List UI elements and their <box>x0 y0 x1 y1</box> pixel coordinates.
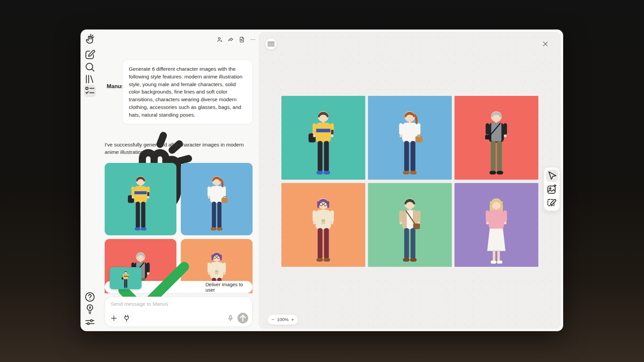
close-icon <box>541 40 549 48</box>
plug-icon <box>122 314 131 323</box>
attachment-image-boy-teal-yellow-jacket[interactable] <box>105 163 176 235</box>
mic-button[interactable] <box>227 314 234 322</box>
mic-icon <box>227 314 234 322</box>
header-actions <box>216 36 256 43</box>
file-search-button[interactable] <box>238 36 245 43</box>
library-icon <box>84 73 96 85</box>
chat-panel: Manus 1.6 Max Generate 6 different chara… <box>99 29 259 331</box>
generated-image-boy-green-cardigan[interactable] <box>368 183 452 267</box>
canvas-menu-button[interactable] <box>265 38 277 50</box>
canvas-panel: − 100% + <box>259 32 560 328</box>
user-message-bubble: Generate 6 different character images wi… <box>122 60 253 124</box>
sidebar <box>80 29 99 331</box>
assistant-message-text: I've successfully generated all 6 charac… <box>105 141 254 156</box>
share-icon <box>227 36 234 43</box>
person-plus-icon <box>216 36 223 43</box>
tool-edit-selection-button[interactable] <box>546 196 558 208</box>
manus-logo-icon <box>84 34 96 46</box>
help-icon <box>84 291 96 303</box>
user-message-text: Generate 6 different character images wi… <box>129 65 246 119</box>
composer-toolbar <box>109 313 248 323</box>
zoom-level: 100% <box>277 317 289 322</box>
checklist-icon <box>84 85 96 97</box>
search-icon <box>84 61 96 73</box>
chat-header: Manus 1.6 Max <box>99 29 259 50</box>
send-arrow-icon <box>237 313 248 323</box>
sidebar-item-library[interactable] <box>84 73 96 85</box>
more-button[interactable] <box>250 36 256 43</box>
tools-button[interactable] <box>122 313 131 323</box>
image-thumbnail[interactable] <box>110 267 142 289</box>
plus-icon <box>109 314 118 323</box>
sidebar-item-checklist[interactable] <box>84 85 96 97</box>
share-button[interactable] <box>227 36 234 43</box>
desktop-background: Manus 1.6 Max Generate 6 different chara… <box>0 0 644 362</box>
sidebar-item-lightbulb[interactable] <box>84 303 96 315</box>
message-input[interactable] <box>111 301 245 307</box>
compose-icon <box>84 49 96 61</box>
tool-add-image-button[interactable] <box>546 183 558 195</box>
sliders-icon <box>84 316 96 328</box>
sidebar-item-sliders[interactable] <box>84 316 96 328</box>
sidebar-item-compose[interactable] <box>84 49 96 61</box>
zoom-control: − 100% + <box>267 314 298 325</box>
tool-cursor-button[interactable] <box>546 170 558 182</box>
canvas-toolbar <box>544 167 560 211</box>
sidebar-item-search[interactable] <box>84 61 96 73</box>
generated-image-girl-blue-white-shirt[interactable] <box>368 96 452 180</box>
attachment-image-girl-blue-white-shirt[interactable] <box>181 163 253 235</box>
edit-selection-icon <box>546 196 558 208</box>
zoom-in-button[interactable]: + <box>291 317 294 322</box>
generated-image-boy-coral-gray-vest[interactable] <box>454 96 538 180</box>
canvas-close-button[interactable] <box>541 40 549 48</box>
manus-app-window: Manus 1.6 Max Generate 6 different chara… <box>80 29 563 331</box>
sidebar-item-manus-logo[interactable] <box>84 34 96 46</box>
send-button[interactable] <box>237 313 248 323</box>
hamburger-icon <box>266 39 276 49</box>
generated-image-girl-orange-cream-sweater[interactable] <box>281 183 365 267</box>
generated-image-girl-purple-pink-sweater[interactable] <box>454 183 538 267</box>
sidebar-item-help[interactable] <box>84 291 96 303</box>
attach-button[interactable] <box>109 313 119 323</box>
status-label: Deliver images to user <box>205 282 252 293</box>
file-search-icon <box>238 36 245 43</box>
add-image-icon <box>546 183 558 195</box>
person-plus-button[interactable] <box>216 36 223 43</box>
more-icon <box>250 36 256 43</box>
lightbulb-icon <box>84 303 96 315</box>
cursor-icon <box>546 170 558 182</box>
generated-image-boy-teal-yellow-jacket[interactable] <box>281 96 365 180</box>
zoom-out-button[interactable]: − <box>271 317 274 322</box>
composer <box>105 297 253 327</box>
